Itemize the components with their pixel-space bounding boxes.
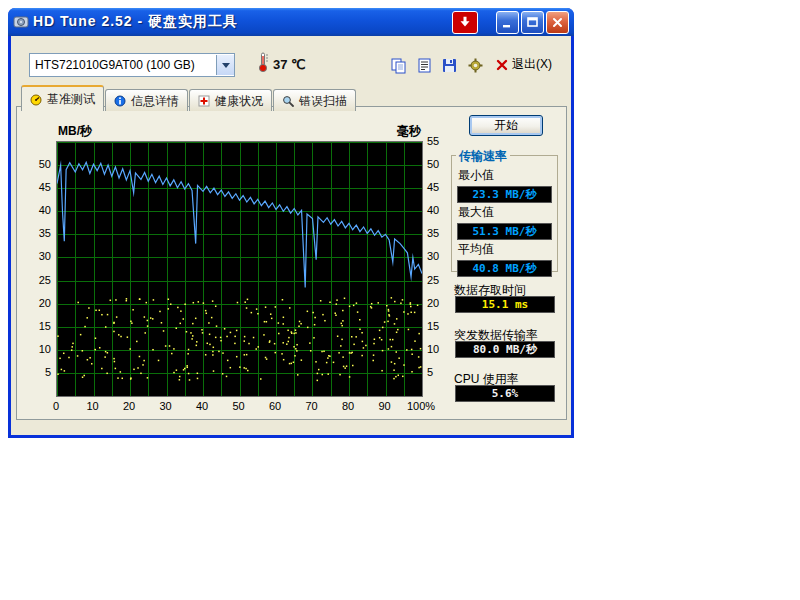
chevron-down-icon[interactable] xyxy=(216,55,234,75)
exit-label: 退出(X) xyxy=(512,56,552,73)
x-tick: 100% xyxy=(404,400,438,412)
x-tick: 30 xyxy=(149,400,183,412)
y-tick-left: 15 xyxy=(21,320,51,332)
gear-icon xyxy=(467,57,484,74)
tab-health[interactable]: 健康状况 xyxy=(189,89,272,111)
y-tick-right: 25 xyxy=(427,274,453,286)
y-tick-left: 10 xyxy=(21,343,51,355)
client-area: HTS721010G9AT00 (100 GB) 37 ℃ xyxy=(11,36,571,435)
access-time-value: 15.1 ms xyxy=(455,296,555,313)
y-tick-right: 35 xyxy=(427,227,453,239)
x-tick: 40 xyxy=(185,400,219,412)
y-tick-left: 20 xyxy=(21,297,51,309)
y-tick-left: 45 xyxy=(21,181,51,193)
copy-icon xyxy=(390,57,407,74)
y-tick-left: 25 xyxy=(21,274,51,286)
title-bar[interactable]: HD Tune 2.52 - 硬盘实用工具 xyxy=(8,8,574,36)
save-screenshot-button[interactable] xyxy=(437,53,462,78)
copy-text-button[interactable] xyxy=(412,53,437,78)
close-button[interactable] xyxy=(546,11,569,34)
desktop: { "window": { "title": "HD Tune 2.52 - 硬… xyxy=(0,0,800,600)
download-arrow-button[interactable] xyxy=(452,11,478,34)
x-tick: 50 xyxy=(222,400,256,412)
health-cross-icon xyxy=(198,95,210,107)
thermometer-icon xyxy=(256,51,270,77)
benchmark-panel: MB/秒 毫秒 开始 传输速率 最小值 23.3 MB/秒 最大值 51.3 M… xyxy=(16,106,567,420)
y-tick-right: 20 xyxy=(427,297,453,309)
drive-select-value: HTS721010G9AT00 (100 GB) xyxy=(30,58,216,72)
min-value: 23.3 MB/秒 xyxy=(457,186,552,203)
y-tick-left: 50 xyxy=(21,158,51,170)
close-icon xyxy=(552,17,563,28)
exit-button[interactable]: 退出(X) xyxy=(492,53,556,76)
info-icon xyxy=(114,95,126,107)
x-tick: 60 xyxy=(258,400,292,412)
y-tick-left: 40 xyxy=(21,204,51,216)
x-tick: 0 xyxy=(39,400,73,412)
y-tick-left: 30 xyxy=(21,250,51,262)
cpu-usage-value: 5.6% xyxy=(455,385,555,402)
tab-label: 基准测试 xyxy=(47,91,95,108)
y-tick-right: 5 xyxy=(427,366,453,378)
exit-x-icon xyxy=(496,59,508,71)
transfer-rate-group: 最小值 23.3 MB/秒 最大值 51.3 MB/秒 平均值 40.8 MB/… xyxy=(451,155,558,272)
tab-strip: 基准测试 信息详情 xyxy=(21,85,356,111)
y-tick-right: 45 xyxy=(427,181,453,193)
y-tick-left: 5 xyxy=(21,366,51,378)
benchmark-chart xyxy=(56,141,423,397)
tab-info[interactable]: 信息详情 xyxy=(105,89,188,111)
magnifier-icon xyxy=(282,95,294,107)
benchmark-gauge-icon xyxy=(30,94,42,106)
save-icon xyxy=(441,57,458,74)
tab-label: 健康状况 xyxy=(215,93,263,110)
y-tick-right: 50 xyxy=(427,158,453,170)
tab-label: 信息详情 xyxy=(131,93,179,110)
burst-rate-value: 80.0 MB/秒 xyxy=(455,341,555,358)
copy-text-icon xyxy=(416,57,433,74)
avg-label: 平均值 xyxy=(458,241,552,258)
tab-error-scan[interactable]: 错误扫描 xyxy=(273,89,356,111)
x-tick: 10 xyxy=(76,400,110,412)
window-controls xyxy=(452,11,569,34)
left-axis-title: MB/秒 xyxy=(58,123,92,140)
minimize-button[interactable] xyxy=(496,11,519,34)
y-tick-left: 35 xyxy=(21,227,51,239)
tab-benchmark[interactable]: 基准测试 xyxy=(21,85,104,111)
options-button[interactable] xyxy=(463,53,488,78)
y-tick-right: 55 xyxy=(427,135,453,147)
arrow-down-icon xyxy=(459,16,471,28)
transfer-rate-title: 传输速率 xyxy=(456,148,510,165)
app-icon xyxy=(13,14,29,30)
min-label: 最小值 xyxy=(458,167,552,184)
window-title: HD Tune 2.52 - 硬盘实用工具 xyxy=(33,13,238,31)
x-tick: 20 xyxy=(112,400,146,412)
x-tick: 90 xyxy=(368,400,402,412)
hd-tune-window: HD Tune 2.52 - 硬盘实用工具 xyxy=(8,8,574,438)
x-tick: 80 xyxy=(331,400,365,412)
minimize-icon xyxy=(502,17,513,28)
right-axis-title: 毫秒 xyxy=(377,123,421,140)
x-tick: 70 xyxy=(295,400,329,412)
temperature-label: 37 ℃ xyxy=(273,57,306,72)
max-value: 51.3 MB/秒 xyxy=(457,223,552,240)
y-tick-right: 40 xyxy=(427,204,453,216)
avg-value: 40.8 MB/秒 xyxy=(457,260,552,277)
drive-select[interactable]: HTS721010G9AT00 (100 GB) xyxy=(29,53,235,77)
y-tick-right: 10 xyxy=(427,343,453,355)
y-tick-right: 15 xyxy=(427,320,453,332)
maximize-button[interactable] xyxy=(521,11,544,34)
max-label: 最大值 xyxy=(458,204,552,221)
start-button[interactable]: 开始 xyxy=(469,115,543,136)
maximize-icon xyxy=(527,17,538,28)
tab-label: 错误扫描 xyxy=(299,93,347,110)
y-tick-right: 30 xyxy=(427,250,453,262)
copy-screenshot-button[interactable] xyxy=(386,53,411,78)
